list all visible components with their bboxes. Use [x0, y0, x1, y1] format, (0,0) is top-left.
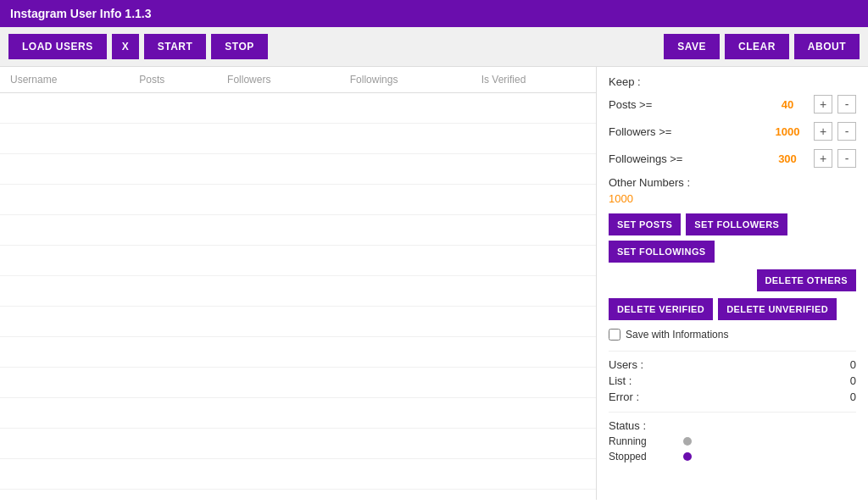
table-row [0, 185, 596, 215]
app-title: Instagram User Info 1.1.3 [10, 7, 152, 20]
followeings-label: Followeings >= [609, 152, 761, 165]
clear-button[interactable]: CLEAR [725, 34, 789, 59]
col-followings: Followings [340, 67, 471, 93]
table-cell [217, 93, 340, 124]
set-followers-button[interactable]: SET FOLLOWERS [686, 213, 787, 235]
table-cell [340, 185, 471, 215]
table-row [0, 246, 596, 276]
table-cell [129, 215, 217, 246]
followeings-value: 300 [766, 152, 809, 165]
table-cell [471, 246, 596, 276]
delete-row: DELETE VERIFIED DELETE UNVERIFIED [609, 298, 856, 320]
save-with-info-row: Save with Informations [609, 329, 856, 341]
title-bar: Instagram User Info 1.1.3 [0, 0, 868, 27]
table-cell [129, 307, 217, 337]
table-cell [217, 154, 340, 185]
posts-minus-button[interactable]: - [837, 95, 856, 114]
table-cell [217, 215, 340, 246]
table-cell [0, 124, 129, 154]
table-cell [340, 246, 471, 276]
table-cell [471, 124, 596, 154]
delete-others-button[interactable]: DELETE OTHERS [757, 269, 857, 291]
stop-button[interactable]: STOP [211, 34, 267, 59]
x-button[interactable]: X [112, 34, 139, 59]
followeings-plus-button[interactable]: + [814, 149, 832, 168]
followeings-filter-row: Followeings >= 300 + - [609, 149, 856, 168]
save-with-info-checkbox[interactable] [609, 329, 620, 341]
table-cell [217, 276, 340, 307]
table-cell [129, 429, 217, 459]
list-label: List : [609, 374, 632, 387]
table-cell [0, 429, 129, 459]
table-cell [217, 124, 340, 154]
table-cell [340, 429, 471, 459]
table-row [0, 459, 596, 490]
table-row [0, 307, 596, 337]
other-numbers-value: 1000 [609, 192, 856, 205]
posts-label: Posts >= [609, 98, 761, 111]
table-area: Username Posts Followers Followings Is V… [0, 67, 597, 500]
stopped-indicator [683, 452, 692, 461]
running-indicator [683, 437, 692, 446]
table-row [0, 215, 596, 246]
table-cell [129, 276, 217, 307]
posts-value: 40 [766, 98, 809, 111]
table-cell [340, 215, 471, 246]
error-value: 0 [850, 390, 856, 403]
table-cell [129, 124, 217, 154]
table-cell [129, 185, 217, 215]
table-cell [471, 93, 596, 124]
table-cell [129, 154, 217, 185]
followers-minus-button[interactable]: - [837, 122, 856, 141]
users-label: Users : [609, 358, 643, 371]
table-cell [0, 459, 129, 490]
table-cell [471, 459, 596, 490]
table-cell [217, 429, 340, 459]
table-cell [217, 307, 340, 337]
table-cell [217, 398, 340, 429]
keep-label: Keep : [609, 75, 856, 88]
table-cell [217, 337, 340, 368]
table-cell [340, 398, 471, 429]
save-button[interactable]: SAVE [664, 34, 720, 59]
table-row [0, 124, 596, 154]
table-row [0, 368, 596, 398]
table-row [0, 398, 596, 429]
set-posts-button[interactable]: SET POSTS [609, 213, 681, 235]
start-button[interactable]: START [144, 34, 207, 59]
table-cell [340, 124, 471, 154]
action-buttons-row1: SET POSTS SET FOLLOWERS SET FOLLOWINGS [609, 213, 856, 263]
followers-label: Followers >= [609, 125, 761, 138]
save-with-info-label: Save with Informations [626, 329, 728, 341]
set-followings-button[interactable]: SET FOLLOWINGS [609, 241, 715, 263]
table-row [0, 276, 596, 307]
table-cell [129, 398, 217, 429]
delete-verified-button[interactable]: DELETE VERIFIED [609, 298, 713, 320]
table-cell [0, 215, 129, 246]
delete-unverified-button[interactable]: DELETE UNVERIFIED [718, 298, 837, 320]
followeings-minus-button[interactable]: - [837, 149, 856, 168]
user-table: Username Posts Followers Followings Is V… [0, 67, 596, 490]
posts-plus-button[interactable]: + [814, 95, 832, 114]
table-cell [471, 185, 596, 215]
other-numbers-label: Other Numbers : [609, 176, 856, 189]
table-cell [217, 368, 340, 398]
table-row [0, 337, 596, 368]
col-followers: Followers [217, 67, 340, 93]
table-cell [471, 337, 596, 368]
main-area: Username Posts Followers Followings Is V… [0, 67, 868, 500]
col-is-verified: Is Verified [471, 67, 596, 93]
list-stat-row: List : 0 [609, 374, 856, 387]
table-cell [217, 459, 340, 490]
status-label: Status : [609, 419, 856, 432]
col-username: Username [0, 67, 129, 93]
error-stat-row: Error : 0 [609, 390, 856, 403]
about-button[interactable]: ABOUT [794, 34, 860, 59]
table-body [0, 93, 596, 490]
table-cell [0, 398, 129, 429]
table-cell [471, 429, 596, 459]
users-stat-row: Users : 0 [609, 358, 856, 371]
load-users-button[interactable]: LOAD USERS [8, 34, 107, 59]
table-cell [471, 368, 596, 398]
followers-plus-button[interactable]: + [814, 122, 832, 141]
